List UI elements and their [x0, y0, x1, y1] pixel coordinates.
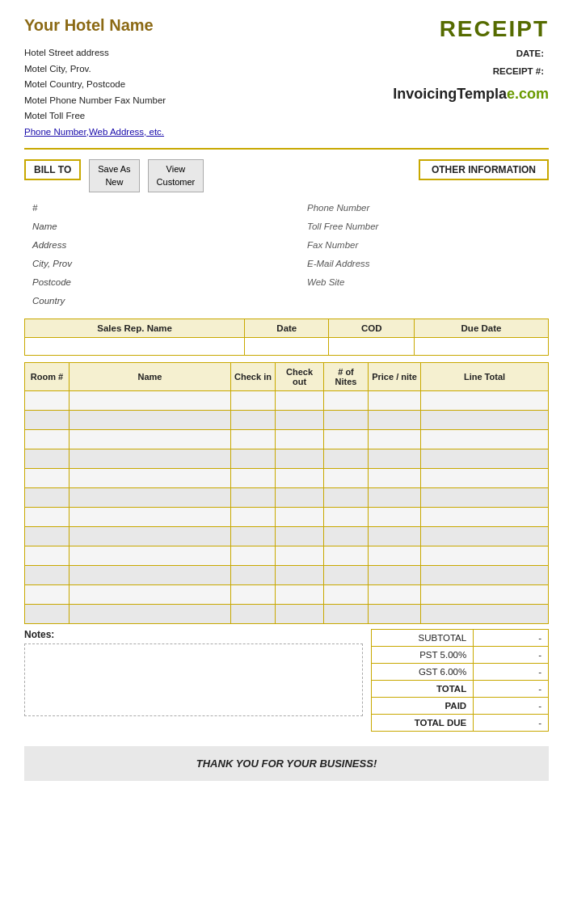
room-cell	[324, 605, 369, 624]
room-cell	[231, 488, 276, 508]
other-field-phone: Phone Number	[307, 199, 404, 217]
date-header: Date	[245, 319, 329, 338]
room-cell	[324, 508, 369, 527]
room-cell	[324, 411, 369, 430]
room-cell	[369, 546, 421, 566]
room-cell	[324, 585, 369, 605]
room-cell	[324, 449, 369, 469]
total-due-row: TOTAL DUE -	[372, 715, 549, 732]
room-cell	[421, 391, 549, 411]
room-cell	[231, 605, 276, 624]
paid-row: PAID -	[372, 698, 549, 715]
room-cell	[70, 488, 231, 508]
room-cell	[324, 469, 369, 488]
room-cell	[369, 605, 421, 624]
sales-rep-row	[25, 338, 549, 356]
room-cell	[324, 566, 369, 585]
room-cell	[276, 585, 324, 605]
room-cell	[70, 585, 231, 605]
other-field-website: Web Site	[307, 273, 404, 292]
room-cell	[276, 391, 324, 411]
paid-label: PAID	[372, 698, 474, 715]
total-value: -	[474, 681, 549, 698]
other-info-label: OTHER INFORMATION	[419, 159, 549, 180]
room-cell	[231, 469, 276, 488]
room-cell	[231, 527, 276, 546]
check-out-header: Check out	[276, 363, 324, 391]
notes-input[interactable]	[24, 643, 363, 716]
notes-label: Notes:	[24, 629, 363, 640]
room-num-header: Room #	[25, 363, 70, 391]
field-label-name: Name	[32, 217, 85, 236]
room-cell	[25, 508, 70, 527]
room-table-row	[25, 391, 549, 411]
room-cell	[421, 469, 549, 488]
address-line-1: Hotel Street address	[24, 45, 166, 61]
room-cell	[369, 527, 421, 546]
room-cell	[324, 391, 369, 411]
field-label-hash: #	[32, 199, 85, 217]
room-cell	[25, 449, 70, 469]
sales-date-cell	[245, 338, 329, 356]
room-cell	[231, 546, 276, 566]
room-cell	[231, 449, 276, 469]
room-cell	[421, 508, 549, 527]
sales-rep-table: Sales Rep. Name Date COD Due Date	[24, 319, 549, 356]
field-label-address: Address	[32, 236, 85, 255]
total-due-value: -	[474, 715, 549, 732]
room-cell	[231, 508, 276, 527]
room-cell	[276, 527, 324, 546]
address-line-2: Motel City, Prov.	[24, 61, 166, 78]
room-cell	[276, 411, 324, 430]
total-row: TOTAL -	[372, 681, 549, 698]
room-cell	[25, 546, 70, 566]
room-cell	[276, 546, 324, 566]
total-due-label: TOTAL DUE	[372, 715, 474, 732]
room-cell	[369, 566, 421, 585]
room-cell	[421, 585, 549, 605]
room-table: Room # Name Check in Check out # of Nite…	[24, 362, 549, 624]
room-cell	[70, 411, 231, 430]
room-cell	[231, 585, 276, 605]
room-cell	[231, 430, 276, 449]
room-cell	[276, 449, 324, 469]
gold-divider	[24, 148, 549, 150]
gst-value: -	[474, 664, 549, 681]
room-cell	[369, 488, 421, 508]
room-cell	[369, 585, 421, 605]
bill-left-fields: # Name Address City, Prov Postcode Count…	[24, 199, 283, 310]
room-cell	[276, 488, 324, 508]
room-cell	[369, 411, 421, 430]
room-cell	[231, 391, 276, 411]
room-cell	[276, 566, 324, 585]
cod-header: COD	[329, 319, 415, 338]
room-table-row	[25, 508, 549, 527]
field-label-city-prov: City, Prov	[32, 255, 85, 273]
room-cell	[276, 430, 324, 449]
field-label-postcode: Postcode	[32, 273, 85, 292]
gst-label: GST 6.00%	[372, 664, 474, 681]
hotel-name: Your Hotel Name	[24, 16, 154, 35]
room-table-row	[25, 488, 549, 508]
contact-link[interactable]: Phone Number,Web Address, etc.	[24, 127, 164, 137]
room-cell	[70, 527, 231, 546]
address-line-4: Motel Phone Number Fax Number	[24, 93, 166, 109]
room-cell	[421, 449, 549, 469]
room-cell	[231, 411, 276, 430]
save-as-new-button[interactable]: Save As New	[89, 159, 139, 192]
room-table-row	[25, 430, 549, 449]
room-table-row	[25, 585, 549, 605]
view-customer-button[interactable]: View Customer	[148, 159, 204, 192]
sales-cod-cell	[329, 338, 415, 356]
other-field-email: E-Mail Address	[307, 255, 404, 273]
room-cell	[70, 546, 231, 566]
line-total-header: Line Total	[421, 363, 549, 391]
room-cell	[25, 391, 70, 411]
receipt-num-label: RECEIPT #:	[493, 63, 544, 81]
price-nite-header: Price / nite	[369, 363, 421, 391]
sales-due-date-cell	[415, 338, 549, 356]
pst-label: PST 5.00%	[372, 647, 474, 664]
room-cell	[369, 469, 421, 488]
total-label: TOTAL	[372, 681, 474, 698]
room-cell	[421, 605, 549, 624]
